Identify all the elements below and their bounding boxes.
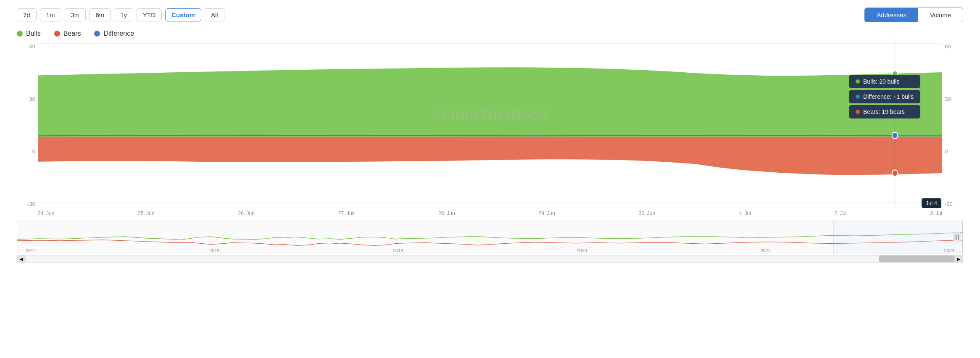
tooltip-bears-text: Bears: 19 bears [863,108,905,115]
x-label-5: 29. Jun [538,211,555,216]
year-2018: 2018 [393,248,403,253]
btn-1y[interactable]: 1y [114,8,133,21]
y-axis-right: 60 30 0 -30 [942,39,963,220]
tooltip-bulls-text: Bulls: 20 bulls [863,78,899,85]
y-label-30: 30 [17,96,38,102]
chart-svg-area[interactable]: ⬡ IntoTheBlock Bulls: 20 bulls Differenc… [38,39,942,207]
x-label-9: 3. Jul [930,211,942,216]
x-axis: 24. Jun 25. Jun 26. Jun 27. Jun 28. Jun … [38,207,942,220]
tooltip-bulls-dot [856,79,860,84]
y-label-right-30: 30 [942,96,963,102]
year-2020: 2020 [577,248,587,253]
chart-legend: Bulls Bears Difference [0,26,980,39]
tooltip-bears: Bears: 19 bears [849,105,920,118]
legend-bears[interactable]: Bears [54,30,81,37]
x-label-7: 1. Jul [739,211,751,216]
y-label-0: 0 [17,148,38,155]
scroll-thumb[interactable] [879,255,954,262]
tooltip-diff-text: Difference: +1 bulls [863,93,914,100]
main-chart[interactable]: 60 30 0 -30 60 30 0 -30 [17,39,963,220]
difference-label: Difference [103,30,134,37]
scroll-left-arrow[interactable]: ◀ [17,255,26,262]
tooltip-diff-dot [856,95,860,99]
btn-all[interactable]: All [205,8,224,21]
btn-custom[interactable]: Custom [165,8,201,21]
btn-6m[interactable]: 6m [89,8,111,21]
bears-label: Bears [63,30,81,37]
y-label-right-0: 0 [942,148,963,155]
svg-point-9 [892,170,898,176]
btn-7d[interactable]: 7d [17,8,37,21]
date-tooltip: Jul 4 [922,198,941,208]
time-button-group: 7d 1m 3m 6m 1y YTD Custom All [17,8,224,21]
tooltip-difference: Difference: +1 bulls [849,90,920,103]
x-label-6: 30. Jun [639,211,655,216]
legend-difference[interactable]: Difference [94,30,134,37]
x-label-2: 26. Jun [238,211,255,216]
y-label-right-neg30: -30 [942,201,963,207]
chart-svg [38,39,942,207]
svg-point-8 [892,132,898,139]
scrollbar[interactable]: ◀ ▶ [17,255,963,263]
btn-ytd[interactable]: YTD [137,8,162,21]
mini-year-labels: 2014 2016 2018 2020 2022 2024 [17,248,963,253]
view-button-group: Addresses Volume [864,8,963,22]
x-label-0: 24. Jun [38,211,54,216]
bulls-dot [17,31,23,37]
year-2024: 2024 [944,248,954,253]
tooltip-group: Bulls: 20 bulls Difference: +1 bulls Bea… [849,75,920,118]
btn-volume[interactable]: Volume [918,8,963,22]
year-2016: 2016 [209,248,219,253]
year-2022: 2022 [760,248,770,253]
mini-chart-container: 2014 2016 2018 2020 2022 2024 ◀ ▶ [0,221,980,267]
y-label-right-60: 60 [942,43,963,50]
scroll-right-arrow[interactable]: ▶ [954,255,963,262]
tooltip-bears-dot [856,110,860,114]
bulls-label: Bulls [26,30,41,37]
difference-dot [94,31,100,37]
btn-3m[interactable]: 3m [65,8,86,21]
legend-bulls[interactable]: Bulls [17,30,41,37]
scroll-track[interactable] [26,255,954,262]
toolbar: 7d 1m 3m 6m 1y YTD Custom All Addresses … [0,0,980,26]
svg-rect-13 [954,232,961,242]
x-label-3: 27. Jun [338,211,355,216]
btn-1m[interactable]: 1m [40,8,61,21]
bears-dot [54,31,60,37]
x-label-4: 28. Jun [438,211,455,216]
mini-chart[interactable]: 2014 2016 2018 2020 2022 2024 [17,221,963,254]
y-label-60: 60 [17,43,38,50]
y-axis-left: 60 30 0 -30 [17,39,38,220]
x-label-1: 25. Jun [138,211,154,216]
btn-addresses[interactable]: Addresses [865,8,918,22]
x-label-8: 2. Jul [835,211,847,216]
y-label-neg30: -30 [17,201,38,207]
year-2014: 2014 [26,248,36,253]
main-chart-container: 60 30 0 -30 60 30 0 -30 [0,39,980,220]
tooltip-bulls: Bulls: 20 bulls [849,75,920,88]
